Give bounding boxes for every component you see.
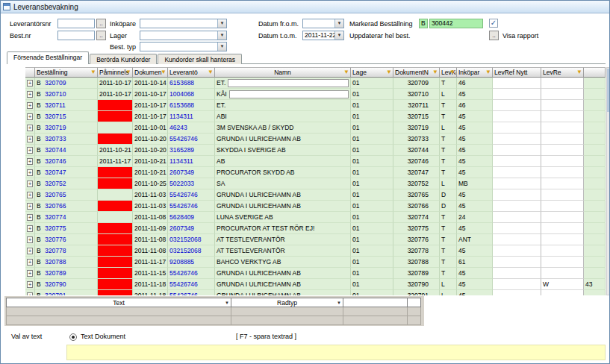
cell-levre[interactable]	[541, 167, 584, 178]
cell-dokument_datum[interactable]: 2011-10-25	[133, 178, 168, 189]
cell-levre[interactable]	[541, 257, 584, 268]
cell-bestallning[interactable]: B320711	[35, 100, 98, 111]
column-header-levref_nytt[interactable]: LevRef Nytt	[493, 67, 541, 78]
text-grid-row[interactable]	[6, 316, 423, 325]
cell-inkopare[interactable]: 45	[457, 122, 493, 134]
cell-leverantor[interactable]: 3165289	[168, 145, 215, 156]
table-row[interactable]: +B3207882011-11-179208885BAHCO VERKTYG A…	[25, 257, 606, 268]
cell-extra[interactable]	[584, 257, 606, 268]
expand-icon[interactable]: +	[27, 248, 33, 254]
cell-inkopare[interactable]: 61	[457, 257, 493, 268]
cell-expand[interactable]: +	[25, 223, 35, 234]
cell-extra[interactable]: 43	[584, 279, 606, 290]
namn-edit-field[interactable]	[228, 79, 349, 87]
bestnr-browse-button[interactable]: ..	[96, 31, 106, 40]
cell-paminnelse[interactable]	[98, 178, 133, 189]
cell-paminnelse[interactable]	[98, 257, 133, 268]
cell-levre[interactable]	[541, 201, 584, 212]
table-row[interactable]: +B3207912011-11-1855426746GRUNDA I ULRIC…	[25, 290, 606, 295]
table-row[interactable]: +B3207752011-11-092607349PROCURATOR AT T…	[25, 223, 606, 234]
cell-namn[interactable]: GRUNDA I ULRICEHAMN AB	[215, 134, 351, 145]
cell-bestallning[interactable]: B320746	[35, 156, 98, 167]
cell-leverantor[interactable]: 55426746	[168, 134, 215, 145]
cell-inkopare[interactable]: 45	[457, 279, 493, 290]
cell-levre[interactable]	[541, 178, 584, 189]
cell-extra[interactable]	[584, 167, 606, 178]
cell-leverantor[interactable]: 46243	[168, 122, 215, 134]
column-header-leverantor[interactable]: Leverantö▼	[168, 67, 215, 78]
datum-from-combo[interactable]: ▼	[302, 19, 344, 28]
cell-levre[interactable]	[541, 100, 584, 111]
expand-icon[interactable]: +	[27, 236, 33, 243]
cell-dokument_datum[interactable]: 2011-10-17	[133, 111, 168, 122]
cell-levre[interactable]	[541, 245, 584, 257]
cell-dokument_nr[interactable]: 320719	[393, 122, 440, 134]
cell-lager[interactable]: 01	[351, 212, 393, 223]
cell-levre[interactable]	[541, 145, 584, 156]
cell-expand[interactable]: +	[25, 279, 35, 290]
chevron-down-icon[interactable]: ▼	[334, 31, 343, 40]
cell-inkopare[interactable]: 45	[457, 111, 493, 122]
cell-expand[interactable]: +	[25, 89, 35, 100]
cell-dokument_datum[interactable]: 2011-10-20	[133, 134, 168, 145]
cell-levko[interactable]: L	[440, 178, 457, 189]
cell-dokument_datum[interactable]: 2011-11-03	[133, 189, 168, 201]
column-header-text[interactable]: Text ▼	[6, 298, 231, 307]
sort-icon[interactable]: ▼	[161, 69, 166, 76]
cell-lager[interactable]: 01	[351, 167, 393, 178]
cell-bestallning[interactable]: B320790	[35, 279, 98, 290]
cell-namn[interactable]: GRUNDA I ULRICEHAMN AB	[215, 268, 351, 279]
cell-paminnelse[interactable]	[98, 134, 133, 145]
cell-dokument_nr[interactable]: 320788	[393, 257, 440, 268]
cell-levref_nytt[interactable]	[493, 122, 541, 134]
cell-leverantor[interactable]: 9208885	[168, 257, 215, 268]
cell-leverantor[interactable]: 6153688	[168, 100, 215, 111]
expand-icon[interactable]: +	[27, 80, 33, 87]
besttyp-combo[interactable]: ▼	[140, 42, 227, 51]
cell-namn[interactable]: SA	[215, 178, 351, 189]
cell-extra[interactable]	[584, 145, 606, 156]
cell-lager[interactable]: 01	[351, 111, 393, 122]
chevron-down-icon[interactable]: ▼	[217, 43, 226, 51]
expand-icon[interactable]: +	[27, 281, 33, 288]
cell-namn[interactable]: AT TESTLEVERANTÖR	[215, 234, 351, 245]
cell-dokument_nr[interactable]: 320747	[393, 167, 440, 178]
cell-levref_nytt[interactable]	[493, 223, 541, 234]
expand-icon[interactable]: +	[27, 181, 33, 187]
expand-icon[interactable]: +	[27, 136, 33, 142]
cell-extra[interactable]	[584, 122, 606, 134]
cell-dokument_datum[interactable]: 2011-10-21	[133, 167, 168, 178]
cell-extra[interactable]	[584, 234, 606, 245]
inkopare-combo[interactable]: ▼	[140, 19, 227, 28]
column-header-dokument_nr[interactable]: DokumentN▼	[393, 67, 440, 78]
cell-leverantor[interactable]: 2607349	[168, 223, 215, 234]
cell-expand[interactable]: +	[25, 178, 35, 189]
cell-paminnelse[interactable]	[98, 268, 133, 279]
cell-inkopare[interactable]: 45	[457, 156, 493, 167]
sort-icon[interactable]: ▼	[90, 69, 96, 76]
table-row[interactable]: +B3207102011-10-172011-10-171004068KÅI01…	[25, 89, 606, 100]
cell-levref_nytt[interactable]	[493, 100, 541, 111]
cell-lager[interactable]: 01	[351, 201, 393, 212]
cell-extra[interactable]	[584, 100, 606, 111]
cell-leverantor[interactable]: 55426746	[168, 201, 215, 212]
sort-icon[interactable]: ▼	[125, 69, 131, 76]
table-row[interactable]: +B3207152011-10-171134311ABI01320715T45	[25, 111, 606, 122]
cell-levref_nytt[interactable]	[493, 268, 541, 279]
table-row[interactable]: +B3207332011-10-2055426746GRUNDA I ULRIC…	[25, 134, 606, 145]
cell-paminnelse[interactable]	[98, 111, 133, 122]
cell-levre[interactable]	[541, 290, 584, 295]
cell-paminnelse[interactable]	[98, 245, 133, 257]
column-header-lager[interactable]: Lage▼	[351, 67, 393, 78]
cell-levre[interactable]	[541, 156, 584, 167]
cell-dokument_datum[interactable]: 2011-10-17	[133, 100, 168, 111]
cell-paminnelse[interactable]	[98, 290, 133, 295]
cell-bestallning[interactable]: B320789	[35, 268, 98, 279]
cell-levko[interactable]: T	[440, 234, 457, 245]
cell-bestallning[interactable]: B320744	[35, 145, 98, 156]
cell-expand[interactable]: +	[25, 189, 35, 201]
column-header-namn[interactable]: Namn▼	[215, 67, 351, 78]
sort-icon[interactable]: ▼	[343, 69, 349, 76]
cell-lager[interactable]: 01	[351, 100, 393, 111]
cell-lager[interactable]: 01	[351, 279, 393, 290]
